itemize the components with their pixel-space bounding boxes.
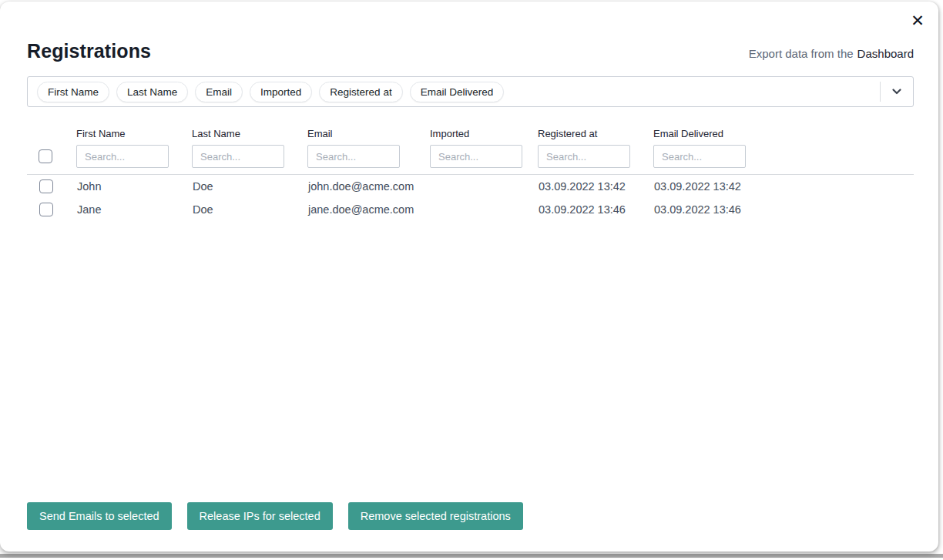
- search-input-registered-at[interactable]: [538, 145, 630, 168]
- table-row: John Doe john.doe@acme.com 03.09.2022 13…: [27, 175, 914, 198]
- filter-chip-imported[interactable]: Imported: [250, 82, 312, 102]
- search-input-last-name[interactable]: [192, 145, 284, 168]
- bulk-actions-bar: Send Emails to selected Release IPs for …: [27, 502, 523, 530]
- column-header-email: Email: [307, 128, 430, 145]
- search-filter-row: [27, 145, 914, 175]
- filter-dropdown-toggle[interactable]: [881, 77, 913, 106]
- column-header-email-delivered: Email Delivered: [653, 128, 914, 145]
- column-header-first-name: First Name: [76, 128, 192, 145]
- column-header-registered-at: Registered at: [538, 128, 653, 145]
- background-page-divider: [0, 554, 943, 558]
- cell-email: jane.doe@acme.com: [307, 198, 430, 221]
- cell-imported: [430, 198, 538, 221]
- page-title: Registrations: [27, 40, 151, 62]
- row-checkbox[interactable]: [39, 203, 53, 216]
- filter-chip-email[interactable]: Email: [195, 82, 243, 102]
- filter-chip-registered-at[interactable]: Registered at: [319, 82, 402, 102]
- cell-email-delivered: 03.09.2022 13:42: [653, 175, 914, 198]
- cell-imported: [430, 175, 538, 198]
- close-icon: ✕: [911, 12, 925, 29]
- search-input-email[interactable]: [307, 145, 400, 168]
- row-checkbox[interactable]: [39, 179, 53, 193]
- filter-chip-first-name[interactable]: First Name: [37, 82, 109, 102]
- column-header-row: First Name Last Name Email Imported Regi…: [27, 128, 914, 145]
- cell-first-name: John: [76, 175, 192, 198]
- search-input-first-name[interactable]: [76, 145, 169, 168]
- send-emails-button[interactable]: Send Emails to selected: [27, 502, 172, 530]
- filter-chip-email-delivered[interactable]: Email Delivered: [410, 82, 505, 102]
- modal-header: Registrations Export data from theDashbo…: [27, 40, 914, 62]
- search-input-imported[interactable]: [430, 145, 522, 168]
- table-row: Jane Doe jane.doe@acme.com 03.09.2022 13…: [27, 198, 914, 221]
- filter-chip-last-name[interactable]: Last Name: [116, 82, 188, 102]
- cell-email: john.doe@acme.com: [307, 175, 430, 198]
- column-header-last-name: Last Name: [192, 128, 307, 145]
- export-hint: Export data from theDashboard: [749, 47, 914, 60]
- release-ips-button[interactable]: Release IPs for selected: [187, 502, 333, 530]
- dashboard-link[interactable]: Dashboard: [857, 47, 914, 60]
- select-all-checkbox[interactable]: [39, 149, 52, 163]
- column-header-imported: Imported: [430, 128, 538, 145]
- filter-chips-bar: First Name Last Name Email Imported Regi…: [27, 76, 914, 107]
- chevron-down-icon: [892, 89, 901, 95]
- cell-last-name: Doe: [192, 175, 307, 198]
- export-hint-text: Export data from the: [749, 47, 854, 60]
- search-input-email-delivered[interactable]: [653, 145, 746, 168]
- registrations-modal: ✕ Registrations Export data from theDash…: [0, 2, 938, 552]
- cell-registered-at: 03.09.2022 13:42: [538, 175, 653, 198]
- filter-bar-controls: [880, 77, 913, 106]
- cell-last-name: Doe: [192, 198, 307, 221]
- cell-registered-at: 03.09.2022 13:46: [538, 198, 653, 221]
- cell-email-delivered: 03.09.2022 13:46: [653, 198, 914, 221]
- remove-registrations-button[interactable]: Remove selected registrations: [348, 502, 523, 530]
- close-button[interactable]: ✕: [908, 11, 928, 31]
- cell-first-name: Jane: [76, 198, 192, 221]
- registrations-table: First Name Last Name Email Imported Regi…: [27, 128, 914, 221]
